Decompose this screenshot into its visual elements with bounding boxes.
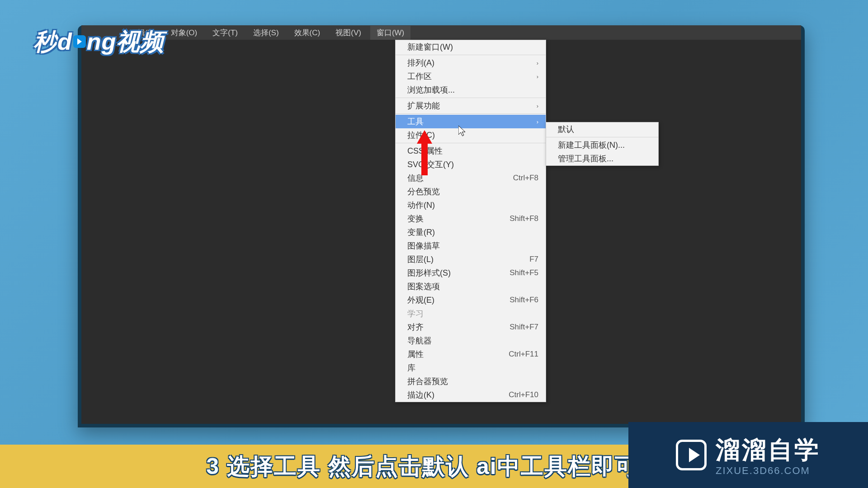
dropdown-item[interactable]: 扩展功能› bbox=[396, 99, 546, 113]
dropdown-item-label: CSS 属性 bbox=[407, 145, 443, 156]
window-dropdown: 新建窗口(W)排列(A)›工作区›浏览加载项...扩展功能›工具›拉件(C)CS… bbox=[395, 40, 546, 402]
dropdown-item-label: 工作区 bbox=[407, 71, 432, 82]
monitor-frame: 辑(E) 对象(O) 文字(T) 选择(S) 效果(C) 视图(V) 窗口(W)… bbox=[78, 25, 805, 427]
dropdown-item-shortcut: Shift+F8 bbox=[509, 214, 538, 223]
dropdown-item-label: 分色预览 bbox=[407, 186, 440, 197]
dropdown-item[interactable]: 对齐Shift+F7 bbox=[396, 320, 546, 334]
dropdown-item-label: 外观(E) bbox=[407, 295, 434, 305]
dropdown-item-label: 学习 bbox=[407, 308, 424, 319]
menu-separator bbox=[546, 137, 658, 137]
dropdown-item-label: 导航器 bbox=[407, 335, 432, 346]
dropdown-item[interactable]: 新建窗口(W) bbox=[396, 40, 546, 54]
dropdown-item[interactable]: 工作区› bbox=[396, 70, 546, 83]
dropdown-item[interactable]: SVG 交互(Y) bbox=[396, 158, 546, 171]
dropdown-item[interactable]: 图形样式(S)Shift+F5 bbox=[396, 266, 546, 280]
dropdown-item[interactable]: CSS 属性 bbox=[396, 144, 546, 158]
chevron-right-icon: › bbox=[537, 73, 538, 80]
dropdown-item-shortcut: Shift+F5 bbox=[509, 268, 538, 277]
dropdown-item-label: 图层(L) bbox=[407, 254, 434, 265]
brand-url: ZIXUE.3D66.COM bbox=[716, 465, 810, 477]
submenu-item-label: 管理工具面板... bbox=[558, 153, 613, 164]
dropdown-item[interactable]: 拉件(C) bbox=[396, 128, 546, 142]
dropdown-item[interactable]: 分色预览 bbox=[396, 185, 546, 198]
submenu-item-label: 新建工具面板(N)... bbox=[558, 140, 625, 150]
menu-separator bbox=[396, 113, 546, 114]
dropdown-item[interactable]: 拼合器预览 bbox=[396, 375, 546, 388]
dropdown-item[interactable]: 属性Ctrl+F11 bbox=[396, 347, 546, 361]
dropdown-item-label: 排列(A) bbox=[407, 57, 434, 68]
dropdown-item-label: 库 bbox=[407, 362, 415, 373]
submenu-item[interactable]: 默认 bbox=[546, 122, 658, 136]
dropdown-item[interactable]: 图案选项 bbox=[396, 280, 546, 293]
play-icon bbox=[73, 35, 86, 48]
dropdown-item-label: 图形样式(S) bbox=[407, 267, 451, 278]
dropdown-item[interactable]: 变量(R) bbox=[396, 225, 546, 239]
dropdown-item-label: 变量(R) bbox=[407, 227, 435, 238]
dropdown-item-label: 图像描草 bbox=[407, 240, 440, 251]
dropdown-item[interactable]: 图像描草 bbox=[396, 239, 546, 253]
dropdown-item-label: SVG 交互(Y) bbox=[407, 159, 454, 170]
dropdown-item-label: 属性 bbox=[407, 349, 424, 360]
brand-box: 溜溜自学 ZIXUE.3D66.COM bbox=[628, 422, 868, 488]
dropdown-item[interactable]: 浏览加载项... bbox=[396, 83, 546, 97]
menu-window[interactable]: 窗口(W) bbox=[370, 26, 410, 40]
dropdown-item-label: 信息 bbox=[407, 173, 424, 183]
tools-submenu: 默认新建工具面板(N)...管理工具面板... bbox=[546, 122, 659, 166]
menu-separator bbox=[396, 55, 546, 55]
app-screen: 辑(E) 对象(O) 文字(T) 选择(S) 效果(C) 视图(V) 窗口(W)… bbox=[81, 25, 801, 424]
caption-text: 选择工具 然后点击默认 ai中工具栏即可显 bbox=[227, 451, 661, 482]
dropdown-item-shortcut: Ctrl+F10 bbox=[509, 390, 538, 399]
watermark-logo: 秒dng视频 bbox=[33, 26, 164, 58]
dropdown-item-label: 对齐 bbox=[407, 322, 424, 333]
dropdown-item-label: 动作(N) bbox=[407, 200, 435, 211]
menubar: 辑(E) 对象(O) 文字(T) 选择(S) 效果(C) 视图(V) 窗口(W) bbox=[81, 25, 801, 40]
menu-type[interactable]: 文字(T) bbox=[206, 26, 244, 40]
dropdown-item[interactable]: 描边(K)Ctrl+F10 bbox=[396, 388, 546, 402]
dropdown-item[interactable]: 图层(L)F7 bbox=[396, 253, 546, 266]
dropdown-item-label: 拉件(C) bbox=[407, 130, 435, 141]
dropdown-item[interactable]: 信息Ctrl+F8 bbox=[396, 171, 546, 185]
dropdown-item[interactable]: 动作(N) bbox=[396, 198, 546, 212]
chevron-right-icon: › bbox=[537, 103, 538, 109]
dropdown-item[interactable]: 库 bbox=[396, 361, 546, 375]
dropdown-item-shortcut: F7 bbox=[529, 255, 538, 264]
dropdown-item[interactable]: 工具› bbox=[396, 115, 546, 128]
menu-view[interactable]: 视图(V) bbox=[329, 26, 368, 40]
dropdown-item-label: 工具 bbox=[407, 116, 424, 127]
dropdown-item-label: 浏览加载项... bbox=[407, 84, 455, 95]
menu-separator bbox=[396, 143, 546, 143]
dropdown-item[interactable]: 导航器 bbox=[396, 334, 546, 347]
dropdown-item[interactable]: 排列(A)› bbox=[396, 56, 546, 70]
dropdown-item[interactable]: 外观(E)Shift+F6 bbox=[396, 293, 546, 307]
dropdown-item-shortcut: Ctrl+F8 bbox=[513, 174, 538, 183]
menu-separator bbox=[396, 98, 546, 98]
dropdown-item[interactable]: 变换Shift+F8 bbox=[396, 212, 546, 225]
dropdown-item-label: 描边(K) bbox=[407, 389, 434, 400]
submenu-item-label: 默认 bbox=[558, 124, 574, 135]
dropdown-item-label: 新建窗口(W) bbox=[407, 42, 453, 52]
dropdown-item-label: 变换 bbox=[407, 213, 424, 224]
dropdown-item: 学习 bbox=[396, 307, 546, 320]
submenu-item[interactable]: 新建工具面板(N)... bbox=[546, 138, 658, 152]
submenu-item[interactable]: 管理工具面板... bbox=[546, 152, 658, 165]
dropdown-item-label: 图案选项 bbox=[407, 281, 440, 292]
menu-object[interactable]: 对象(O) bbox=[165, 26, 204, 40]
dropdown-item-label: 拼合器预览 bbox=[407, 376, 448, 387]
chevron-right-icon: › bbox=[537, 60, 538, 66]
dropdown-item-label: 扩展功能 bbox=[407, 100, 440, 111]
dropdown-item-shortcut: Shift+F6 bbox=[509, 296, 538, 305]
menu-select[interactable]: 选择(S) bbox=[247, 26, 285, 40]
dropdown-item-shortcut: Shift+F7 bbox=[509, 323, 538, 332]
menu-effect[interactable]: 效果(C) bbox=[288, 26, 327, 40]
brand-play-icon bbox=[676, 440, 707, 470]
dropdown-item-shortcut: Ctrl+F11 bbox=[509, 350, 538, 359]
caption-number: 3 bbox=[206, 453, 220, 479]
brand-name: 溜溜自学 bbox=[716, 434, 821, 467]
chevron-right-icon: › bbox=[537, 118, 538, 125]
